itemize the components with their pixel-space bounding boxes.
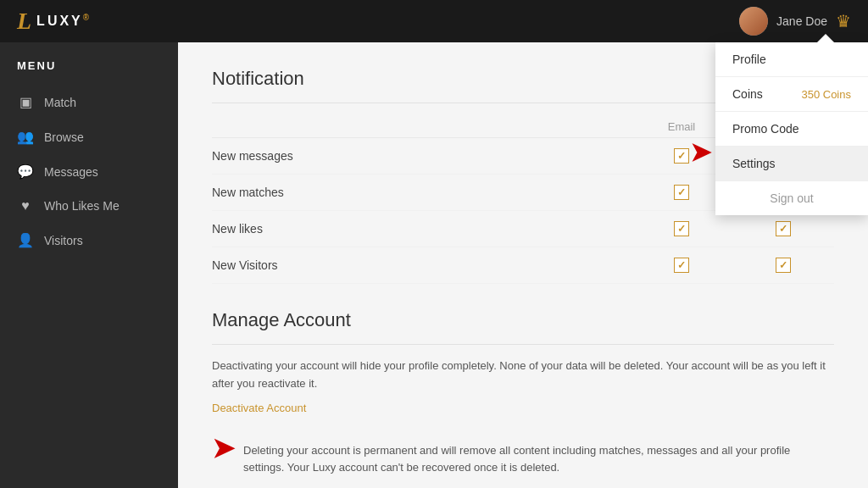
header: L LUXY® Jane Doe ♛ Profile Coins 350 Coi… (0, 0, 868, 42)
avatar[interactable] (739, 7, 768, 36)
sidebar-item-messages[interactable]: 💬 Messages (0, 154, 178, 189)
heart-icon: ♥ (17, 198, 34, 214)
deactivate-account-link[interactable]: Deactivate Account (212, 402, 306, 414)
notif-row-label: New Visitors (212, 258, 631, 272)
sidebar: MENU ▣ Match 👥 Browse 💬 Messages ♥ Who L… (0, 42, 178, 488)
browse-icon: 👥 (17, 129, 34, 145)
manage-account-section: Manage Account Deactivating your account… (212, 309, 834, 488)
notif-row-label: New messages (212, 149, 631, 163)
notif-row-label: New matches (212, 186, 631, 199)
delete-description: Deleting your account is permanent and w… (243, 442, 834, 478)
sidebar-item-who-likes-me[interactable]: ♥ Who Likes Me (0, 189, 178, 223)
delete-account-row: ➤ Deleting your account is permanent and… (212, 432, 834, 488)
delete-content: Deleting your account is permanent and w… (243, 432, 834, 488)
notif-row-visitors: New Visitors (212, 247, 834, 284)
logo-l-icon: L (17, 8, 31, 35)
notif-browser-check-likes[interactable] (732, 221, 834, 236)
sidebar-item-label: Browse (44, 130, 84, 144)
crown-icon: ♛ (836, 11, 851, 31)
dropdown-item-coins[interactable]: Coins 350 Coins (715, 77, 868, 111)
sidebar-item-match[interactable]: ▣ Match (0, 85, 178, 119)
email-checkbox-matches[interactable] (674, 185, 689, 200)
notif-row-label: New likes (212, 222, 631, 236)
user-dropdown: Profile Coins 350 Coins Promo Code Setti… (715, 42, 868, 215)
notif-email-check-likes[interactable] (631, 221, 732, 236)
email-checkbox-likes[interactable] (674, 221, 689, 236)
manage-account-title: Manage Account (212, 309, 834, 331)
dropdown-item-settings[interactable]: Settings (715, 147, 868, 180)
username: Jane Doe (776, 14, 827, 28)
delete-arrow-icon: ➤ (212, 432, 235, 464)
dropdown-item-promo[interactable]: Promo Code (715, 112, 868, 146)
person-icon: 👤 (17, 232, 34, 248)
header-right: Jane Doe ♛ (739, 7, 851, 36)
browser-checkbox-likes[interactable] (776, 221, 791, 236)
dropdown-arrow (817, 34, 834, 42)
sidebar-item-label: Match (44, 96, 76, 109)
sidebar-item-label: Who Likes Me (44, 199, 120, 213)
menu-title: MENU (0, 59, 178, 85)
browser-checkbox-visitors[interactable] (776, 258, 791, 273)
dropdown-signout[interactable]: Sign out (715, 180, 868, 215)
sidebar-item-label: Visitors (44, 234, 83, 247)
sidebar-item-label: Messages (44, 165, 98, 179)
logo-name: LUXY® (36, 13, 92, 29)
sidebar-item-visitors[interactable]: 👤 Visitors (0, 223, 178, 258)
messages-icon: 💬 (17, 164, 34, 180)
match-icon: ▣ (17, 94, 34, 110)
sidebar-item-browse[interactable]: 👥 Browse (0, 119, 178, 154)
notif-email-check-visitors[interactable] (631, 258, 732, 273)
notif-browser-check-visitors[interactable] (732, 258, 834, 273)
email-checkbox-messages[interactable] (674, 148, 689, 164)
email-checkbox-visitors[interactable] (674, 258, 689, 273)
logo[interactable]: L LUXY® (17, 8, 92, 35)
dropdown-item-profile[interactable]: Profile (715, 42, 868, 76)
deactivate-description: Deactivating your account will hide your… (212, 358, 834, 393)
notif-row-likes: New likes (212, 211, 834, 247)
